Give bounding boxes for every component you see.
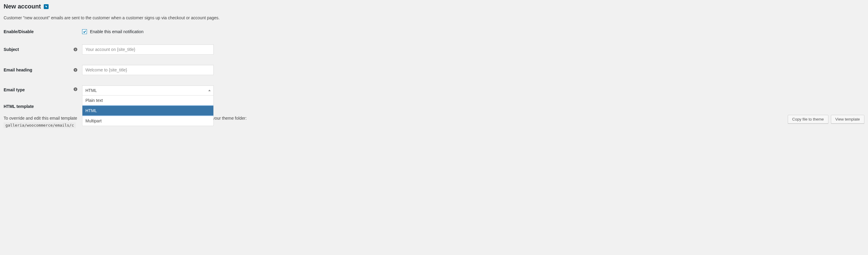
select-value: HTML <box>85 88 97 93</box>
chevron-up-icon <box>208 90 211 91</box>
template-text-before: To override and edit this email template <box>4 116 77 120</box>
copy-to-theme-button[interactable]: Copy file to theme <box>788 115 829 123</box>
checkbox-wrap: Enable this email notification <box>82 29 143 34</box>
help-icon[interactable]: ? <box>73 85 78 90</box>
select-display[interactable]: HTML <box>82 85 214 96</box>
email-type-select[interactable]: HTML Plain text HTML Multipart <box>82 85 214 96</box>
back-icon[interactable] <box>44 4 49 9</box>
svg-text:?: ? <box>74 69 76 72</box>
page-description: Customer "new account" emails are sent t… <box>4 15 864 20</box>
label-enable: Enable/Disable <box>4 29 73 34</box>
svg-text:?: ? <box>74 48 76 51</box>
page-title-text: New account <box>4 3 41 10</box>
row-heading: Email heading ? <box>4 65 864 75</box>
label-subject: Subject <box>4 47 73 52</box>
row-enable: Enable/Disable Enable this email notific… <box>4 29 864 34</box>
row-subject: Subject ? <box>4 44 864 54</box>
svg-text:?: ? <box>74 88 76 91</box>
row-email-type: Email type ? HTML Plain text HTML Multip… <box>4 85 864 96</box>
help-icon[interactable]: ? <box>73 68 78 72</box>
help-icon[interactable]: ? <box>73 47 78 52</box>
check-icon <box>83 30 86 33</box>
page-title: New account <box>4 3 864 10</box>
enable-checkbox[interactable] <box>82 29 87 34</box>
label-heading: Email heading <box>4 68 73 72</box>
dropdown-option-plain[interactable]: Plain text <box>83 96 213 105</box>
template-buttons: Copy file to theme View template <box>788 115 864 123</box>
label-email-type: Email type <box>4 85 73 92</box>
heading-input[interactable] <box>82 65 214 75</box>
checkbox-label: Enable this email notification <box>90 29 143 34</box>
template-code-path: galleria/woocommerce/emails/c <box>4 122 76 128</box>
dropdown: Plain text HTML Multipart <box>82 95 214 126</box>
dropdown-option-multipart[interactable]: Multipart <box>83 116 213 126</box>
template-text-after: to your theme folder: <box>208 116 247 120</box>
view-template-button[interactable]: View template <box>831 115 864 123</box>
dropdown-option-html[interactable]: HTML <box>83 105 213 116</box>
subject-input[interactable] <box>82 44 214 54</box>
